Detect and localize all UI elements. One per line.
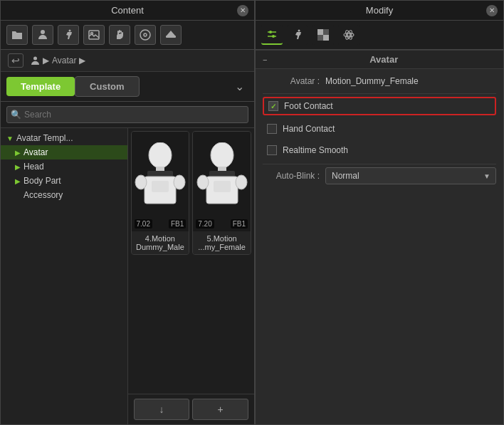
tree-avatar-arrow: ▶ [15,149,21,157]
disc-icon[interactable] [135,25,156,45]
foot-contact-row: ✓ Foot Contact [263,97,496,115]
divider1 [263,93,496,94]
tree-head-label: Head [23,162,44,172]
right-toolbar [256,21,503,50]
section-title-avatar: Avatar [271,54,496,65]
right-toolbar-sliders-icon[interactable] [261,25,283,45]
auto-blink-label: Auto-Blink : [263,171,320,181]
tree-item-avatar[interactable]: ▶ Avatar [1,145,127,159]
hand-icon[interactable] [109,25,130,45]
svg-rect-29 [323,29,329,35]
svg-point-5 [144,33,147,36]
svg-point-15 [211,142,233,168]
foot-contact-label: Foot Contact [284,101,333,111]
auto-blink-row: Auto-Blink : Normal Fast Slow Off ▼ [263,167,496,184]
left-panel: Content ✕ ↩ ▶ Avatar ▶ [0,0,255,425]
search-icon: 🔍 [11,110,21,120]
modify-content: Avatar : Motion_Dummy_Female ✓ Foot Cont… [256,69,503,197]
realtime-smooth-label: Realtime Smooth [283,145,348,155]
person-icon[interactable] [32,25,53,45]
left-toolbar [1,21,254,50]
auto-blink-select[interactable]: Normal Fast Slow Off [325,167,496,184]
svg-point-1 [69,30,71,32]
tree-root-arrow: ▼ [6,135,14,142]
breadcrumb-separator2: ▶ [79,56,85,65]
run-icon[interactable] [58,25,79,45]
checkerboard-icon [317,29,329,41]
svg-rect-19 [214,181,231,192]
right-panel-title-bar: Modify ✕ [256,1,503,21]
tabs-row: Template Custom ⌄ [1,72,254,102]
hat-icon[interactable] [160,25,182,45]
breadcrumb-person-icon [31,56,40,65]
breadcrumb-separator1: ▶ [43,56,49,65]
breadcrumb-back-button[interactable]: ↩ [8,53,23,68]
svg-point-8 [149,142,172,168]
hand-contact-label: Hand Contact [283,124,335,134]
left-panel-title: Content [111,5,144,16]
add-icon: + [218,404,224,415]
breadcrumb-avatar-label[interactable]: Avatar [52,56,76,65]
section-collapse-button[interactable]: − [263,56,267,64]
tree-accessory-label: Accessory [23,190,63,200]
tab-custom[interactable]: Custom [75,76,139,97]
svg-rect-17 [209,171,235,177]
tree-avatar-label: Avatar [23,147,48,157]
auto-blink-wrapper: Normal Fast Slow Off ▼ [325,167,496,184]
tree-bodypart-label: Body Part [23,176,61,186]
right-panel-title: Modify [366,5,393,16]
robot-figure-female [194,142,251,221]
divider2 [263,164,496,164]
svg-point-31 [347,33,350,36]
avatar-form-row: Avatar : Motion_Dummy_Female [263,76,496,86]
breadcrumb: ↩ ▶ Avatar ▶ [1,50,254,72]
foot-contact-check-icon: ✓ [271,103,276,110]
svg-point-20 [197,175,209,189]
left-panel-close-button[interactable]: ✕ [237,5,248,16]
svg-rect-28 [323,35,329,41]
right-toolbar-atom-icon[interactable] [338,25,359,45]
svg-rect-27 [317,29,323,35]
svg-point-26 [298,30,300,32]
tree-item-accessory[interactable]: Accessory [1,188,127,202]
avatar-grid: 7.02 FB1 4.Motion Dummy_Male [128,128,255,394]
robot-figure-male [132,142,189,221]
avatar-card-male[interactable]: 7.02 FB1 4.Motion Dummy_Male [131,131,190,255]
avatar-field-value: Motion_Dummy_Female [325,76,496,86]
scroll-down-button[interactable]: ↓ [134,399,190,420]
avatar-img-female: 7.20 FB1 [193,132,251,231]
svg-point-4 [140,30,150,40]
search-bar: 🔍 [1,102,254,128]
tab-template[interactable]: Template [6,77,75,96]
folder-icon[interactable] [6,25,28,45]
tree-root[interactable]: ▼ Avatar Templ... [1,131,127,145]
svg-rect-10 [147,171,173,177]
right-toolbar-checker-icon[interactable] [313,25,334,45]
tree-item-head[interactable]: ▶ Head [1,159,127,174]
realtime-smooth-checkbox[interactable] [267,145,277,155]
right-toolbar-run-icon[interactable] [287,25,308,45]
avatar-name-female: 5.Motion ...my_Female [193,231,251,254]
tree-item-body-part[interactable]: ▶ Body Part [1,174,127,188]
tab-menu-button[interactable]: ⌄ [230,78,248,96]
realtime-smooth-row: Realtime Smooth [263,142,496,158]
hand-contact-checkbox[interactable] [267,124,277,134]
avatar-tag-female: FB1 [231,219,248,229]
bottom-bar: ↓ + [128,394,255,424]
svg-rect-12 [152,181,169,192]
right-panel: Modify ✕ − Avatar Avatar : [255,0,504,425]
right-panel-close-button[interactable]: ✕ [486,5,498,16]
svg-point-14 [174,175,185,189]
svg-point-25 [272,35,275,38]
search-input[interactable] [6,106,248,123]
avatar-tag-male: FB1 [169,219,186,229]
svg-point-21 [236,175,247,189]
image-icon[interactable] [83,25,105,45]
avatar-field-label: Avatar : [263,76,320,86]
scroll-down-icon: ↓ [159,404,164,415]
foot-contact-checkbox[interactable]: ✓ [268,101,278,111]
add-button[interactable]: + [192,399,248,420]
avatar-card-female[interactable]: 7.20 FB1 5.Motion ...my_Female [192,131,251,255]
avatar-version-male: 7.02 [135,219,152,229]
search-input-wrapper: 🔍 [6,106,248,123]
